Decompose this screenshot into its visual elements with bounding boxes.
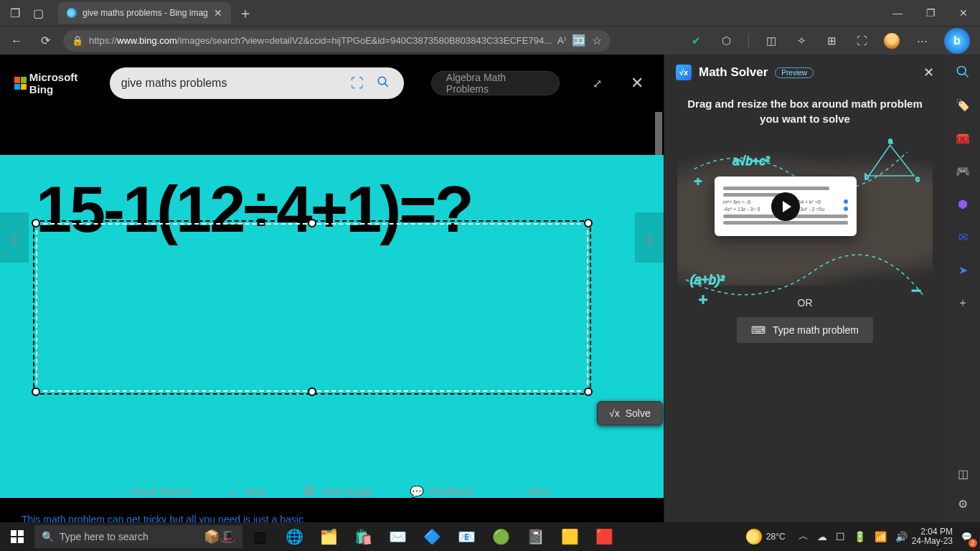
extensions-icon[interactable]: ⬡ xyxy=(718,33,734,49)
clipchamp-app-icon[interactable]: 🔷 xyxy=(415,522,449,551)
window-restore-button[interactable]: ❐ xyxy=(914,0,947,26)
system-clock[interactable]: 2:04 PM 24-May-23 xyxy=(912,527,953,546)
expand-icon[interactable]: ⤢ xyxy=(585,70,610,96)
outlook-app-icon[interactable]: 📧 xyxy=(449,522,484,551)
nav-refresh-button[interactable]: ⟳ xyxy=(34,30,56,52)
view-image-button[interactable]: 🖼View image xyxy=(303,485,372,498)
svg-text:b: b xyxy=(864,172,869,181)
split-screen-icon[interactable]: ◫ xyxy=(763,33,779,49)
favorites-hub-icon[interactable]: ✧ xyxy=(793,33,809,49)
svg-line-1 xyxy=(385,83,388,87)
save-icon: ⤓ xyxy=(228,485,237,499)
screenshot-icon[interactable]: ⛶ xyxy=(854,33,870,49)
tutorial-illustration: ÷ a√b+c² a b c (a+b)² + − m²+ 6m = -864 … xyxy=(677,135,933,286)
weather-temp: 28°C xyxy=(766,532,786,542)
sidebar-shopping-icon[interactable]: 🏷️ xyxy=(954,96,971,113)
play-icon[interactable] xyxy=(771,192,800,221)
next-image-arrow[interactable]: › xyxy=(635,212,664,263)
search-icon[interactable] xyxy=(374,75,392,92)
grammarly-icon[interactable]: ✔︎ xyxy=(688,33,704,49)
address-bar[interactable]: 🔒 https://www.bing.com/images/search?vie… xyxy=(63,30,611,52)
image-caption[interactable]: This math problem can get tricky but all… xyxy=(22,514,303,522)
chrome-app-icon[interactable]: 🟢 xyxy=(484,522,518,551)
start-button[interactable] xyxy=(0,522,34,551)
visual-search-icon[interactable]: ⛶ xyxy=(348,76,367,91)
svg-text:÷: ÷ xyxy=(694,174,702,189)
collections-icon[interactable]: ⊞ xyxy=(824,33,839,49)
tab-actions-icon[interactable]: ❐ xyxy=(10,6,20,20)
math-solver-panel: √x Math Solver Preview ✕ Drag and resize… xyxy=(664,55,946,522)
tray-meet-icon[interactable]: ☐ xyxy=(836,531,845,542)
tray-volume-icon[interactable]: 🔊 xyxy=(895,531,908,542)
math-icon: √x xyxy=(609,408,620,419)
new-tab-button[interactable]: ＋ xyxy=(238,4,253,23)
sidebar-tools-icon[interactable]: 🧰 xyxy=(954,129,971,146)
task-view-icon[interactable]: ▥ xyxy=(242,522,277,551)
visual-search-icon: ⛶ xyxy=(112,485,123,498)
window-minimize-button[interactable]: ― xyxy=(881,0,914,26)
sidebar-settings-icon[interactable]: ⚙ xyxy=(954,495,971,512)
bing-search-box[interactable]: ⛶ xyxy=(110,67,404,99)
svg-text:c: c xyxy=(915,174,920,183)
favorite-icon[interactable]: ☆ xyxy=(592,34,602,47)
search-icon: 🔍 xyxy=(42,531,54,542)
mail-app-icon[interactable]: ✉️ xyxy=(380,522,415,551)
tutorial-card: m²+ 6m = -864 + k² =0 -4z² + 13z - 3= 03… xyxy=(715,176,857,236)
save-button[interactable]: ⤓Save xyxy=(228,485,266,499)
profile-avatar[interactable] xyxy=(884,33,900,49)
svg-text:(a+b)²: (a+b)² xyxy=(690,273,725,287)
notepad-app-icon[interactable]: 📓 xyxy=(518,522,552,551)
nav-back-button[interactable]: ← xyxy=(6,30,27,52)
more-icon[interactable]: ⋯ xyxy=(914,33,930,49)
tray-chevron-icon[interactable]: ︿ xyxy=(798,530,809,543)
related-pill[interactable]: Algebra Math Problems xyxy=(431,71,560,95)
edge-app-icon[interactable]: 🌐 xyxy=(277,522,311,551)
browser-tab[interactable]: give maths problems - Bing imag ✕ xyxy=(58,2,231,24)
sidebar-search-icon[interactable] xyxy=(954,63,971,80)
sidebar-outlook-icon[interactable]: ✉︎ xyxy=(954,228,971,245)
store-app-icon[interactable]: 🛍️ xyxy=(346,522,380,551)
close-overlay-icon[interactable]: ✕ xyxy=(625,70,649,96)
type-math-problem-button[interactable]: ⌨ Type math problem xyxy=(737,317,873,343)
action-center-icon[interactable]: 💬2 xyxy=(957,527,976,546)
feedback-icon: 💬 xyxy=(410,485,424,499)
anydesk-app-icon[interactable]: 🟥 xyxy=(587,522,621,551)
svg-text:a√b+c²: a√b+c² xyxy=(732,154,771,168)
copilot-button[interactable]: b xyxy=(944,28,970,54)
view-image-icon: 🖼 xyxy=(303,485,315,498)
math-formula-text: 15-1(12÷4+1)=? xyxy=(36,173,472,247)
tray-battery-icon[interactable]: 🔋 xyxy=(854,531,866,542)
tray-wifi-icon[interactable]: 📶 xyxy=(875,531,887,542)
svg-line-12 xyxy=(965,74,969,77)
visual-search-button[interactable]: ⛶Visual Search xyxy=(112,485,191,498)
svg-text:a: a xyxy=(888,136,892,145)
workspaces-icon[interactable]: ▢ xyxy=(33,6,44,20)
microsoft-bing-logo[interactable]: Microsoft Bing xyxy=(14,71,100,95)
sidebar-games-icon[interactable]: 🎮 xyxy=(954,162,971,179)
weather-widget[interactable]: 28°C xyxy=(746,529,786,545)
feedback-button[interactable]: 💬Feedback xyxy=(410,485,473,499)
explorer-app-icon[interactable]: 🗂️ xyxy=(311,522,346,551)
read-aloud-icon[interactable]: A⁾ xyxy=(557,35,566,46)
tab-close-icon[interactable]: ✕ xyxy=(214,7,222,19)
sidebar-add-icon[interactable]: ＋ xyxy=(954,294,971,311)
solve-button[interactable]: √x Solve xyxy=(597,401,663,425)
search-input[interactable] xyxy=(121,77,341,90)
window-close-button[interactable]: ✕ xyxy=(947,0,980,26)
edge-right-rail: 🏷️ 🧰 🎮 ⬢ ✉︎ ➤ ＋ ◫ ⚙ xyxy=(946,55,980,522)
taskbar-search[interactable]: 🔍 Type here to search 📦🎩 xyxy=(34,525,242,548)
translate-icon[interactable]: 🈁 xyxy=(572,34,586,47)
tab-title: give maths problems - Bing imag xyxy=(83,8,208,18)
sidebar-drop-icon[interactable]: ➤ xyxy=(954,261,971,278)
stickynotes-app-icon[interactable]: 🟨 xyxy=(552,522,587,551)
clock-date: 24-May-23 xyxy=(912,537,953,546)
svg-point-0 xyxy=(378,77,386,85)
panel-close-button[interactable]: ✕ xyxy=(923,65,934,80)
microsoft-logo-icon xyxy=(14,77,27,90)
svg-text:−: − xyxy=(911,281,921,300)
more-button[interactable]: ⋯More xyxy=(512,485,552,499)
prev-image-arrow[interactable]: ‹ xyxy=(0,212,29,263)
sidebar-office-icon[interactable]: ⬢ xyxy=(954,195,971,212)
tray-onedrive-icon[interactable]: ☁ xyxy=(817,531,827,542)
sidebar-hide-icon[interactable]: ◫ xyxy=(954,465,971,482)
